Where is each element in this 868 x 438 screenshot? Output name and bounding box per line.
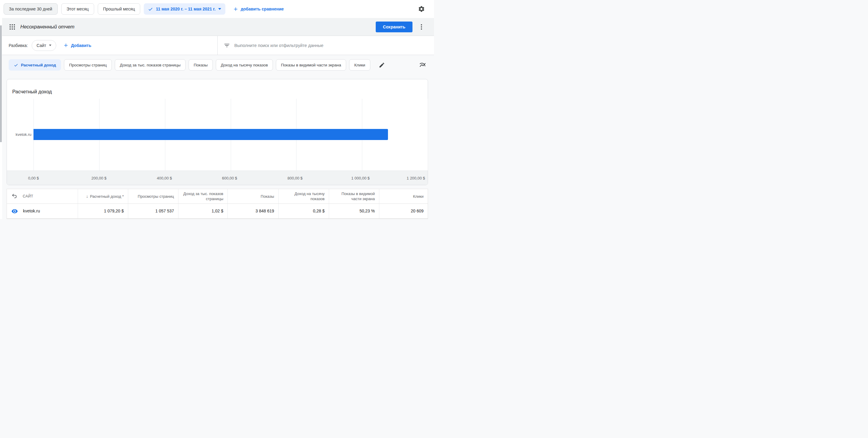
gear-icon[interactable]	[418, 5, 425, 12]
sort-desc-icon: ↓	[86, 194, 88, 199]
preset-last-30-days-button[interactable]: За последние 30 дней	[4, 3, 58, 14]
site-header-cell: САЙТ	[7, 189, 78, 203]
x-tick: 400,00 $	[157, 171, 172, 185]
column-header: Расчетный доход *	[90, 194, 124, 199]
apps-grid-icon[interactable]	[9, 23, 16, 31]
add-comparison-label: добавить сравнение	[241, 7, 284, 11]
save-button[interactable]: Сохранить	[376, 22, 412, 32]
table-row: kvetok.ru 1 079,20 $ 1 057 537 1,02 $ 3 …	[7, 204, 428, 219]
breakdown-dimension-dropdown[interactable]: Сайт	[32, 40, 56, 51]
chevron-down-icon	[218, 8, 221, 10]
cell-impressions: 3 848 619	[227, 204, 278, 218]
site-cell: kvetok.ru	[7, 204, 78, 218]
chip-label: Клики	[354, 63, 365, 67]
date-toolbar: За последние 30 дней Этот месяц Прошлый …	[0, 0, 434, 18]
site-name[interactable]: kvetok.ru	[23, 208, 40, 214]
cell-page-views: 1 057 537	[128, 204, 178, 218]
x-tick: 800,00 $	[287, 171, 303, 185]
check-icon	[14, 63, 18, 67]
search-filter-zone	[217, 36, 434, 55]
column-header-page-rpm[interactable]: Доход за тыс. показов страницы	[178, 189, 227, 203]
column-header-clicks[interactable]: Клики	[379, 189, 428, 203]
x-tick: 1 000,00 $	[351, 171, 369, 185]
more-options-icon[interactable]	[418, 23, 425, 31]
adsense-report-page: За последние 30 дней Этот месяц Прошлый …	[0, 0, 434, 219]
report-table: САЙТ ↓ Расчетный доход * Просмотры стран…	[7, 189, 428, 219]
cell-page-rpm: 1,02 $	[178, 204, 227, 218]
x-tick: 1 200,00 $	[407, 171, 425, 185]
breakdown-dimension-value: Сайт	[36, 43, 46, 48]
breakdown-label: Разбивка:	[9, 43, 28, 48]
column-header-viewability[interactable]: Показы в видимой части экрана	[329, 189, 379, 203]
column-header-impressions[interactable]: Показы	[227, 189, 278, 203]
column-header: Показы	[261, 194, 274, 199]
plus-icon	[63, 43, 68, 48]
cell-impression-rpm: 0,28 $	[278, 204, 329, 218]
x-axis: 0,00 $ 200,00 $ 400,00 $ 600,00 $ 800,00…	[7, 171, 428, 185]
chip-label: Показы	[194, 63, 208, 67]
preset-this-month-button[interactable]: Этот месяц	[61, 3, 94, 14]
chip-page-views[interactable]: Просмотры страниц	[64, 59, 112, 70]
edit-metrics-pencil-icon[interactable]	[379, 62, 385, 68]
report-title: Несохраненный отчет	[20, 24, 74, 30]
breakdown-filter-bar: Разбивка: Сайт Добавить	[2, 36, 434, 55]
column-header: Просмотры страниц	[138, 194, 174, 199]
chip-label: Доход за тыс. показов страницы	[120, 63, 181, 67]
chip-impression-rpm[interactable]: Доход на тысячу показов	[216, 59, 273, 70]
check-icon	[148, 7, 153, 12]
left-scrollbar	[0, 18, 2, 219]
chart-card: Расчетный доход kvetok.ru 0,00 $ 200,00 …	[7, 79, 428, 185]
bar-category-label: kvetok.ru	[7, 129, 31, 140]
chevron-down-icon	[49, 45, 52, 46]
x-tick: 0,00 $	[28, 171, 39, 185]
scrollbar-thumb[interactable]	[0, 25, 2, 142]
x-tick: 200,00 $	[91, 171, 107, 185]
cell-viewability: 50,23 %	[329, 204, 379, 218]
chip-estimated-revenue[interactable]: Расчетный доход	[9, 59, 61, 70]
x-tick: 600,00 $	[222, 171, 237, 185]
chip-label: Просмотры страниц	[69, 63, 107, 67]
column-header-impression-rpm[interactable]: Доход на тысячу показов	[278, 189, 329, 203]
chip-active-view-viewable[interactable]: Показы в видимой части экрана	[276, 59, 346, 70]
chip-label: Показы в видимой части экрана	[281, 63, 341, 67]
column-header[interactable]: САЙТ	[23, 194, 33, 199]
sorted-column-header[interactable]: ↓ Расчетный доход *	[78, 189, 128, 203]
visibility-eye-icon[interactable]	[11, 208, 18, 214]
plus-icon	[233, 7, 238, 12]
search-input[interactable]	[234, 43, 434, 48]
chip-page-rpm[interactable]: Доход за тыс. показов страницы	[115, 59, 186, 70]
gridline	[428, 99, 428, 171]
date-range-label: 11 мая 2020 г. – 11 мая 2021 г.	[156, 7, 216, 11]
add-dimension-button[interactable]: Добавить	[63, 43, 91, 48]
add-dimension-label: Добавить	[71, 43, 91, 48]
column-header: Доход за тыс. показов страницы	[183, 191, 223, 201]
date-range-selector[interactable]: 11 мая 2020 г. – 11 мая 2021 г.	[144, 3, 225, 14]
metric-chips-row: Расчетный доход Просмотры страниц Доход …	[2, 55, 434, 75]
cell-clicks: 20 609	[379, 204, 428, 218]
column-header-page-views[interactable]: Просмотры страниц	[128, 189, 178, 203]
report-header-bar: Несохраненный отчет Сохранить	[2, 18, 434, 36]
column-header: Клики	[413, 194, 424, 199]
undo-icon[interactable]	[11, 193, 18, 200]
bar-chart-plot	[33, 99, 428, 171]
breakdown-section: Разбивка: Сайт Добавить	[2, 36, 217, 55]
table-header-row: САЙТ ↓ Расчетный доход * Просмотры стран…	[7, 189, 428, 204]
chip-impressions[interactable]: Показы	[189, 59, 213, 70]
chart-title: Расчетный доход	[12, 89, 52, 94]
column-header: Доход на тысячу показов	[283, 191, 324, 201]
chip-label: Доход на тысячу показов	[221, 63, 268, 67]
filter-icon	[224, 42, 230, 49]
chip-label: Расчетный доход	[21, 63, 56, 67]
preset-last-month-button[interactable]: Прошлый месяц	[98, 3, 141, 14]
revenue-bar[interactable]	[33, 129, 388, 140]
cell-estimated-revenue: 1 079,20 $	[78, 204, 128, 218]
chart-type-multiline-icon[interactable]	[419, 61, 426, 68]
add-comparison-button[interactable]: добавить сравнение	[233, 7, 284, 12]
column-header: Показы в видимой части экрана	[333, 191, 375, 201]
chip-clicks[interactable]: Клики	[349, 59, 370, 70]
